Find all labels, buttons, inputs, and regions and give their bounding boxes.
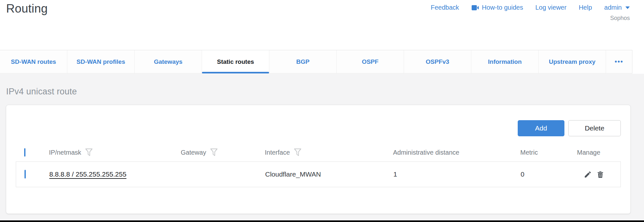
- feedback-label: Feedback: [431, 4, 459, 11]
- table-row: 8.8.8.8 / 255.255.255.255Cloudflare_MWAN…: [16, 161, 621, 187]
- column-label: IP/netmask: [49, 149, 81, 156]
- content-area: IPv4 unicast route Add Delete IP/netmask…: [0, 74, 644, 220]
- funnel-icon[interactable]: [294, 148, 302, 157]
- tabs-container: SD-WAN routesSD-WAN profilesGatewaysStat…: [0, 50, 606, 73]
- route-ip-netmask-link[interactable]: 8.8.8.8 / 255.255.255.255: [49, 170, 126, 178]
- metric-cell: 0: [521, 170, 577, 178]
- tab-ospf[interactable]: OSPF: [337, 50, 404, 73]
- routes-card: Add Delete IP/netmaskGatewayInterfaceAdm…: [6, 105, 631, 214]
- delete-button[interactable]: Delete: [568, 120, 621, 136]
- pencil-icon[interactable]: [584, 170, 592, 179]
- trash-icon[interactable]: [596, 170, 604, 179]
- page-title: Routing: [6, 2, 48, 15]
- more-tabs-button[interactable]: •••: [606, 50, 632, 73]
- add-button[interactable]: Add: [518, 120, 564, 136]
- tab-upstream-proxy[interactable]: Upstream proxy: [539, 50, 606, 73]
- help-link[interactable]: Help: [579, 4, 592, 11]
- column-header-ip-netmask: IP/netmask: [49, 148, 181, 157]
- tab-sd-wan-profiles[interactable]: SD-WAN profiles: [67, 50, 135, 73]
- column-label: Gateway: [181, 149, 206, 156]
- row-checkbox[interactable]: [24, 170, 26, 179]
- column-header-manage: Manage: [577, 149, 621, 156]
- tab-gateways[interactable]: Gateways: [135, 50, 202, 73]
- column-header-administrative-distance: Administrative distance: [393, 149, 520, 156]
- select-all-checkbox[interactable]: [24, 148, 25, 157]
- video-camera-icon: [471, 5, 479, 11]
- page-header: Routing Feedback How-to guides Log viewe…: [0, 0, 644, 50]
- funnel-icon[interactable]: [85, 148, 93, 157]
- column-label: Metric: [520, 149, 538, 156]
- table-header-row: IP/netmaskGatewayInterfaceAdministrative…: [16, 143, 621, 161]
- section-title: IPv4 unicast route: [6, 87, 77, 97]
- chevron-down-icon: [625, 6, 630, 9]
- routing-tabbar: SD-WAN routesSD-WAN profilesGatewaysStat…: [0, 50, 632, 73]
- feedback-link[interactable]: Feedback: [431, 4, 459, 11]
- manage-cell: [577, 170, 620, 179]
- window-bottom-edge: [0, 220, 644, 222]
- admin-distance-cell: 1: [393, 170, 521, 178]
- column-label: Manage: [577, 149, 600, 156]
- howto-guides-link[interactable]: How-to guides: [471, 4, 523, 11]
- user-menu-label: admin: [604, 4, 622, 11]
- table-body: 8.8.8.8 / 255.255.255.255Cloudflare_MWAN…: [16, 161, 621, 187]
- card-toolbar: Add Delete: [16, 120, 621, 136]
- log-viewer-label: Log viewer: [535, 4, 567, 11]
- column-label: Interface: [265, 149, 290, 156]
- log-viewer-link[interactable]: Log viewer: [535, 4, 567, 11]
- tab-bgp[interactable]: BGP: [269, 50, 337, 73]
- top-navigation: Feedback How-to guides Log viewer Help a…: [431, 4, 630, 11]
- funnel-icon[interactable]: [210, 148, 218, 157]
- user-menu[interactable]: admin: [604, 4, 630, 11]
- interface-cell: Cloudflare_MWAN: [265, 170, 393, 178]
- tab-sd-wan-routes[interactable]: SD-WAN routes: [0, 50, 67, 73]
- column-label: Administrative distance: [393, 149, 459, 156]
- help-label: Help: [579, 4, 592, 11]
- column-header-gateway: Gateway: [181, 148, 265, 157]
- tab-information[interactable]: Information: [471, 50, 539, 73]
- tab-static-routes[interactable]: Static routes: [202, 50, 269, 73]
- howto-guides-label: How-to guides: [482, 4, 523, 11]
- brand-label: Sophos: [610, 15, 630, 22]
- column-header-interface: Interface: [265, 148, 393, 157]
- column-header-metric: Metric: [520, 149, 577, 156]
- tab-ospfv3[interactable]: OSPFv3: [404, 50, 471, 73]
